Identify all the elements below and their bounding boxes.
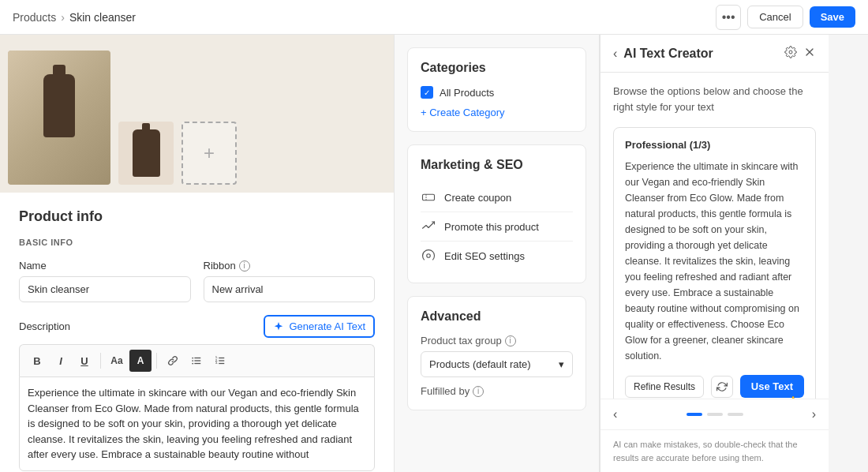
promote-icon [421, 219, 436, 234]
breadcrumb-parent[interactable]: Products [13, 11, 56, 24]
advanced-title: Advanced [421, 309, 573, 324]
description-header: Description Generate AI Text [19, 315, 375, 338]
category-all-products: ✓ All Products [421, 86, 573, 99]
basic-info-label: BASIC INFO [19, 238, 375, 247]
underline-button[interactable]: U [73, 350, 95, 372]
marketing-title: Marketing & SEO [421, 158, 573, 172]
breadcrumb-current: Skin cleanser [69, 11, 136, 24]
use-text-button[interactable]: Use Text 👆 [740, 375, 804, 398]
ribbon-label: Ribbon i [204, 260, 376, 272]
pagination-next-button[interactable]: › [812, 407, 816, 421]
svg-text:3.: 3. [215, 361, 218, 365]
ai-result-card: Professional (1/3) Experience the ultima… [613, 127, 816, 399]
ai-back-button[interactable]: ‹ [613, 47, 617, 61]
categories-section: Categories ✓ All Products + Create Categ… [407, 47, 586, 132]
fulfilled-by-label: Fulfilled by [421, 385, 470, 397]
name-ribbon-row: Name Ribbon i [19, 260, 375, 302]
checkmark-icon: ✓ [424, 88, 430, 97]
edit-seo-label: Edit SEO settings [444, 250, 525, 262]
product-thumbnail-1[interactable] [118, 122, 174, 185]
tax-info-icon: i [505, 335, 516, 347]
marketing-section: Marketing & SEO Create coupon Promote th… [407, 144, 586, 283]
description-editor[interactable]: Experience the ultimate in skincare with… [19, 376, 375, 471]
pagination-dots [687, 413, 743, 416]
edit-seo-item[interactable]: Edit SEO settings [421, 242, 573, 270]
pagination-prev-button[interactable]: ‹ [613, 407, 617, 421]
ordered-list-button[interactable]: 1.2.3. [209, 350, 231, 372]
svg-rect-12 [423, 194, 435, 200]
top-bar: Products › Skin cleanser ••• Cancel Save [0, 0, 868, 35]
toolbar-divider-2 [156, 353, 157, 369]
product-images: + [0, 35, 394, 193]
page-dot-1 [687, 413, 702, 416]
svg-point-14 [427, 254, 431, 258]
tax-group-label: Product tax group [421, 335, 502, 347]
create-category-button[interactable]: + Create Category [421, 107, 505, 118]
promote-product-label: Promote this product [444, 221, 539, 233]
name-input[interactable] [19, 276, 191, 302]
ai-header-icons [784, 46, 816, 61]
svg-point-5 [192, 363, 193, 365]
middle-panel: Categories ✓ All Products + Create Categ… [395, 35, 600, 472]
ribbon-input[interactable] [204, 276, 376, 302]
categories-title: Categories [421, 61, 573, 75]
ribbon-group: Ribbon i [204, 260, 376, 302]
save-button[interactable]: Save [810, 6, 855, 28]
refresh-icon [716, 381, 728, 392]
create-coupon-item[interactable]: Create coupon [421, 183, 573, 212]
page-dot-3 [728, 413, 743, 416]
ai-footer-text: AI can make mistakes, so double-check th… [613, 438, 816, 464]
promote-product-item[interactable]: Promote this product [421, 212, 573, 242]
breadcrumb-separator: › [61, 11, 65, 24]
add-image-button[interactable]: + [181, 122, 237, 185]
editor-toolbar: B I U Aa A 1.2.3. [19, 344, 375, 376]
seo-icon [421, 248, 436, 264]
name-label: Name [19, 260, 191, 272]
toolbar-divider-1 [100, 353, 101, 369]
section-title: Product info [19, 208, 375, 225]
sparkle-icon [273, 321, 284, 332]
ai-result-text: Experience the ultimate in skincare with… [625, 159, 804, 364]
ai-panel-body: Browse the options below and choose the … [600, 73, 829, 399]
svg-point-4 [192, 360, 193, 361]
gear-icon [784, 46, 797, 58]
advanced-section: Advanced Product tax group i Products (d… [407, 296, 586, 410]
product-info-section: Product info BASIC INFO Name Ribbon i De… [0, 193, 394, 472]
page-dot-2 [707, 413, 723, 416]
left-panel: + Product info BASIC INFO Name Ribbon i [0, 35, 395, 472]
refine-results-button[interactable]: Refine Results [625, 376, 704, 398]
cursor-icon: 👆 [787, 395, 803, 399]
close-icon [803, 46, 816, 58]
ai-result-actions: Refine Results Use Text 👆 [625, 375, 804, 398]
font-color-button[interactable]: A [129, 350, 152, 372]
main-product-image[interactable] [8, 51, 110, 185]
coupon-icon [421, 189, 436, 205]
ai-pagination: ‹ › [600, 399, 829, 429]
ai-settings-button[interactable] [784, 46, 797, 61]
font-size-button[interactable]: Aa [106, 350, 128, 372]
tax-group-value: Products (default rate) [429, 358, 531, 370]
ai-text-creator-panel: ‹ AI Text Creator Browse the options bel… [600, 35, 829, 472]
link-button[interactable] [162, 350, 184, 372]
ribbon-info-icon: i [239, 260, 250, 272]
ai-panel-title: AI Text Creator [623, 47, 713, 61]
bold-button[interactable]: B [26, 350, 48, 372]
all-products-checkbox[interactable]: ✓ [421, 86, 433, 99]
main-content: + Product info BASIC INFO Name Ribbon i [0, 35, 868, 472]
generate-ai-text-button[interactable]: Generate AI Text [264, 315, 375, 338]
unordered-list-button[interactable] [185, 350, 208, 372]
refresh-button[interactable] [711, 376, 733, 398]
ai-subtitle: Browse the options below and choose the … [613, 84, 816, 114]
ai-close-button[interactable] [803, 46, 816, 61]
fulfilled-info-icon: i [473, 386, 484, 397]
italic-button[interactable]: I [50, 350, 72, 372]
name-group: Name [19, 260, 191, 302]
breadcrumb: Products › Skin cleanser [13, 11, 136, 24]
ai-result-label: Professional (1/3) [625, 139, 804, 151]
ai-panel-header: ‹ AI Text Creator [600, 35, 829, 73]
ai-footer: AI can make mistakes, so double-check th… [600, 429, 829, 472]
cancel-button[interactable]: Cancel [747, 6, 803, 28]
description-label: Description [19, 320, 70, 332]
more-options-button[interactable]: ••• [716, 5, 741, 30]
tax-group-dropdown[interactable]: Products (default rate) ▾ [421, 351, 573, 377]
